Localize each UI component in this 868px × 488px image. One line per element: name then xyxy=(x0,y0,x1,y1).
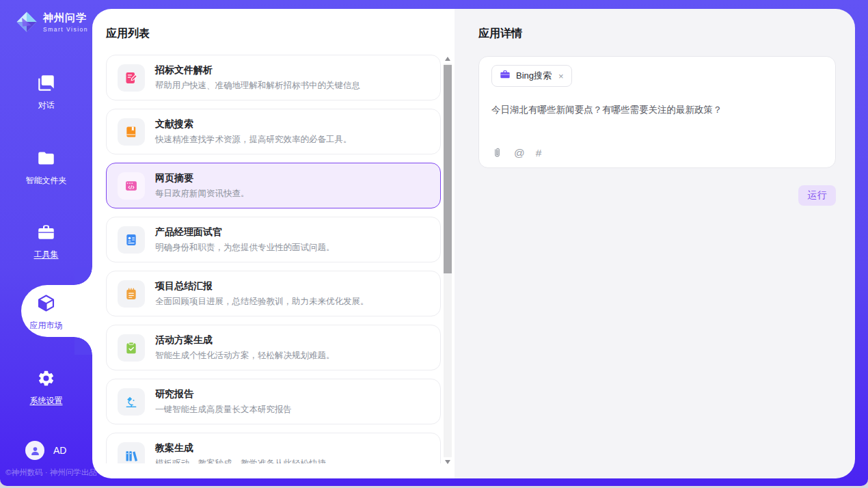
content-area: 应用列表 招标文件解析帮助用户快速、准确地理解和解析招标书中的关键信息文献搜索快… xyxy=(92,9,855,478)
app-card-description: 智能生成个性化活动方案，轻松解决规划难题。 xyxy=(155,350,335,362)
run-button[interactable]: 运行 xyxy=(798,185,836,206)
tool-tag-label: Bing搜索 xyxy=(516,70,552,82)
scroll-up-arrow-icon[interactable] xyxy=(445,57,450,61)
query-text[interactable]: 今日湖北有哪些新闻要点？有哪些需要关注的最新政策？ xyxy=(491,104,823,116)
brand-subtitle: Smart Vision xyxy=(43,26,88,33)
sidebar-item-label: 对话 xyxy=(38,100,55,111)
composer-toolbar: @# xyxy=(491,147,541,159)
scroll-down-arrow-icon[interactable] xyxy=(445,460,450,464)
notepad-icon xyxy=(118,280,145,308)
person-icon xyxy=(29,445,41,457)
app-detail-title: 应用详情 xyxy=(478,27,522,41)
app-card-description: 明确身份和职责，为您提供专业性的面试问题。 xyxy=(155,242,335,254)
app-card-title: 项目总结汇报 xyxy=(155,280,369,293)
resume-icon xyxy=(118,226,145,254)
app-card-title: 研究报告 xyxy=(155,388,292,401)
brand-name: 神州问学 xyxy=(43,12,88,25)
clipboard-check-icon xyxy=(118,334,145,362)
app-card-description: 快速精准查找学术资源，提高研究效率的必备工具。 xyxy=(155,134,352,146)
app-list-panel: 应用列表 招标文件解析帮助用户快速、准确地理解和解析招标书中的关键信息文献搜索快… xyxy=(92,9,455,478)
app-detail-panel: 应用详情 Bing搜索 × 今日湖北有哪些新闻要点？有哪些需要关注的最新政策？ … xyxy=(455,9,855,478)
app-card-title: 文献搜索 xyxy=(155,118,352,131)
copyright-text: ©神州数码 · 神州问学出品 xyxy=(5,467,97,478)
sidebar-item-2[interactable]: 工具集 xyxy=(0,223,92,260)
app-list-title: 应用列表 xyxy=(106,27,150,41)
microscope-icon xyxy=(118,388,145,416)
books-icon xyxy=(118,442,145,464)
brand-diamond-icon xyxy=(15,10,38,33)
app-card[interactable]: 研究报告一键智能生成高质量长文本研究报告 xyxy=(106,379,441,424)
app-card-title: 活动方案生成 xyxy=(155,334,335,347)
app-card-title: 产品经理面试官 xyxy=(155,226,335,239)
sidebar: 神州问学 Smart Vision 对话智能文件夹工具集应用市场系统设置 AD … xyxy=(0,0,92,486)
gear-icon xyxy=(37,369,55,390)
user-initials: AD xyxy=(53,445,66,456)
cube-icon xyxy=(37,294,55,315)
app-card[interactable]: 文献搜索快速精准查找学术资源，提高研究效率的必备工具。 xyxy=(106,109,441,154)
chat-icon xyxy=(37,74,55,95)
app-card-description: 模板驱动，教案秒成，教学准备从此轻松快捷 xyxy=(155,458,326,464)
user-account[interactable]: AD xyxy=(25,441,66,460)
toolbox-icon xyxy=(37,223,55,244)
app-card[interactable]: 活动方案生成智能生成个性化活动方案，轻松解决规划难题。 xyxy=(106,325,441,370)
paperclip-icon[interactable] xyxy=(491,147,503,159)
sidebar-item-1[interactable]: 智能文件夹 xyxy=(0,149,92,187)
bid-doc-icon xyxy=(118,64,145,92)
app-card-description: 每日政府新闻资讯快查。 xyxy=(155,188,249,200)
remove-tool-icon[interactable]: × xyxy=(558,71,564,81)
app-card[interactable]: 项目总结汇报全面回顾项目进展，总结经验教训，助力未来优化发展。 xyxy=(106,271,441,316)
scrollbar[interactable] xyxy=(444,57,452,464)
app-card-description: 全面回顾项目进展，总结经验教训，助力未来优化发展。 xyxy=(155,296,369,308)
app-window: 神州问学 Smart Vision 对话智能文件夹工具集应用市场系统设置 AD … xyxy=(0,0,868,486)
app-list: 招标文件解析帮助用户快速、准确地理解和解析招标书中的关键信息文献搜索快速精准查找… xyxy=(106,55,441,463)
webpage-icon xyxy=(118,172,145,200)
sidebar-item-0[interactable]: 对话 xyxy=(0,74,92,111)
app-card-description: 一键智能生成高质量长文本研究报告 xyxy=(155,404,292,416)
app-card-title: 招标文件解析 xyxy=(155,64,360,77)
composer-card[interactable]: Bing搜索 × 今日湖北有哪些新闻要点？有哪些需要关注的最新政策？ @# xyxy=(478,56,836,168)
brand-logo: 神州问学 Smart Vision xyxy=(15,10,88,33)
book-icon xyxy=(118,118,145,146)
app-card-description: 帮助用户快速、准确地理解和解析招标书中的关键信息 xyxy=(155,80,360,92)
sidebar-item-label: 系统设置 xyxy=(30,395,63,407)
avatar xyxy=(25,441,44,460)
app-card[interactable]: 招标文件解析帮助用户快速、准确地理解和解析招标书中的关键信息 xyxy=(106,55,441,100)
sidebar-item-label: 智能文件夹 xyxy=(26,175,67,187)
app-card-title: 教案生成 xyxy=(155,442,326,455)
sidebar-item-3[interactable]: 应用市场 xyxy=(0,294,92,331)
sidebar-item-4[interactable]: 系统设置 xyxy=(0,369,92,407)
sidebar-item-label: 应用市场 xyxy=(30,320,63,331)
hash-icon[interactable]: # xyxy=(536,148,542,159)
sidebar-item-label: 工具集 xyxy=(34,249,59,260)
app-card-title: 网页摘要 xyxy=(155,172,249,185)
tool-tag-bing[interactable]: Bing搜索 × xyxy=(491,65,572,87)
app-card[interactable]: 产品经理面试官明确身份和职责，为您提供专业性的面试问题。 xyxy=(106,217,441,262)
briefcase-icon xyxy=(500,69,511,83)
folder-icon xyxy=(37,149,55,170)
app-card[interactable]: 网页摘要每日政府新闻资讯快查。 xyxy=(106,163,441,208)
app-card[interactable]: 教案生成模板驱动，教案秒成，教学准备从此轻松快捷 xyxy=(106,433,441,463)
scrollbar-thumb[interactable] xyxy=(444,65,452,273)
at-icon[interactable]: @ xyxy=(514,148,525,159)
